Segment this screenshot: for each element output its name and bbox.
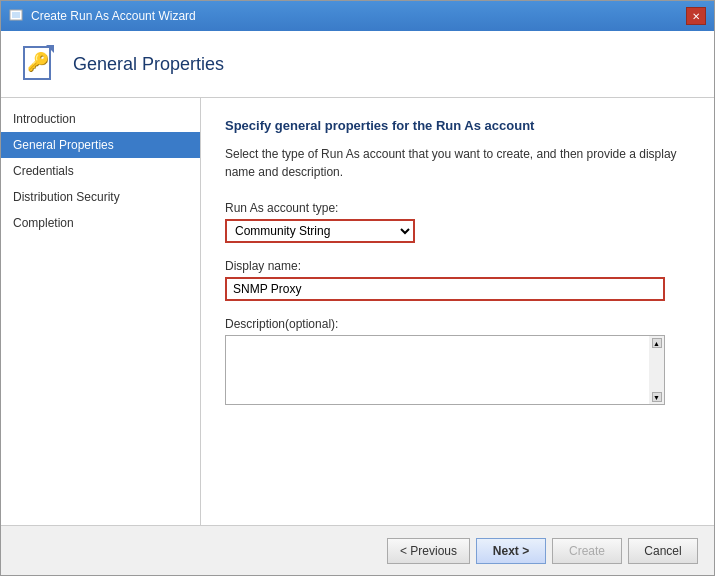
header-icon: 🔑 [17, 43, 59, 85]
cancel-button[interactable]: Cancel [628, 538, 698, 564]
window-title: Create Run As Account Wizard [31, 9, 680, 23]
description-wrapper: ▲ ▼ [225, 335, 665, 408]
description-textarea[interactable] [225, 335, 665, 405]
sidebar-item-completion[interactable]: Completion [1, 210, 200, 236]
next-button[interactable]: Next > [476, 538, 546, 564]
sidebar-item-introduction[interactable]: Introduction [1, 106, 200, 132]
display-name-input[interactable] [225, 277, 665, 301]
account-type-label: Run As account type: [225, 201, 690, 215]
content-area: Specify general properties for the Run A… [201, 98, 714, 525]
title-bar: Create Run As Account Wizard ✕ [1, 1, 714, 31]
content-description: Select the type of Run As account that y… [225, 145, 690, 181]
account-type-group: Run As account type: Community String Wi… [225, 201, 690, 243]
display-name-group: Display name: [225, 259, 690, 301]
window-icon [9, 8, 25, 24]
content-heading: Specify general properties for the Run A… [225, 118, 690, 133]
svg-rect-1 [12, 12, 20, 18]
wizard-window: Create Run As Account Wizard ✕ 🔑 General… [0, 0, 715, 576]
wizard-title: General Properties [73, 54, 224, 75]
scroll-down-arrow[interactable]: ▼ [652, 392, 662, 402]
description-label: Description(optional): [225, 317, 690, 331]
previous-button[interactable]: < Previous [387, 538, 470, 564]
sidebar-item-distribution-security[interactable]: Distribution Security [1, 184, 200, 210]
create-button[interactable]: Create [552, 538, 622, 564]
wizard-header: 🔑 General Properties [1, 31, 714, 98]
display-name-label: Display name: [225, 259, 690, 273]
sidebar-item-credentials[interactable]: Credentials [1, 158, 200, 184]
scroll-up-arrow[interactable]: ▲ [652, 338, 662, 348]
description-scrollbar[interactable]: ▲ ▼ [649, 335, 665, 405]
main-content: Introduction General Properties Credenti… [1, 98, 714, 525]
account-type-select[interactable]: Community String Windows Simple Authenti… [225, 219, 415, 243]
sidebar: Introduction General Properties Credenti… [1, 98, 201, 525]
wizard-footer: < Previous Next > Create Cancel [1, 525, 714, 575]
description-group: Description(optional): ▲ ▼ [225, 317, 690, 408]
sidebar-item-general-properties[interactable]: General Properties [1, 132, 200, 158]
close-button[interactable]: ✕ [686, 7, 706, 25]
window-controls: ✕ [686, 7, 706, 25]
